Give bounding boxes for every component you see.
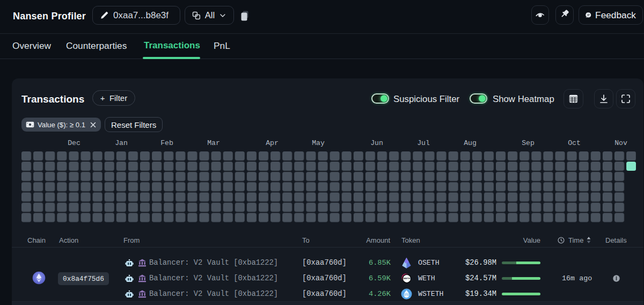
svg-text:WETH: WETH <box>404 277 410 280</box>
